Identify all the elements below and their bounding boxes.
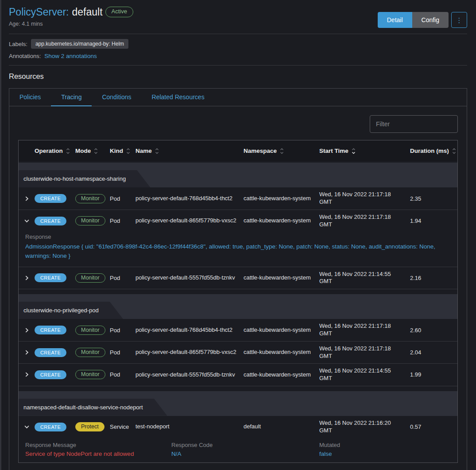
response-message-label: Response Message [25,442,171,448]
table-row: CREATE Monitor Pod policy-server-default… [19,363,457,385]
expand-chevron-icon[interactable] [19,372,35,377]
group-header: clusterwide-no-host-namespace-sharing [19,163,457,187]
column-header-mode[interactable]: Mode [75,148,110,155]
sort-icon[interactable] [126,148,130,155]
kind-cell: Pod [110,218,135,224]
namespace-cell: cattle-kubewarden-system [244,195,319,202]
detail-button[interactable]: Detail [378,12,412,28]
operation-badge: CREATE [35,273,66,282]
collapse-chevron-icon[interactable] [19,218,35,223]
meta-divider [9,65,467,66]
column-header-namespace[interactable]: Namespace [244,148,319,155]
tab-related-resources[interactable]: Related Resources [142,89,215,106]
age-text: Age: 4.1 mins [9,21,133,27]
labels-label: Labels: [9,41,27,47]
kind-cell: Pod [110,327,135,334]
table-header-row: Operation Mode Kind Name [19,140,457,161]
name-cell: policy-server-default-768d45bb4-thct2 [135,326,244,334]
name-cell: policy-server-default-5557fd55db-tznkv [135,371,244,379]
label-badge: app.kubernetes.io/managed-by: Helm [31,39,128,49]
column-header-kind[interactable]: Kind [110,148,135,155]
start-time-cell: Wed, 16 Nov 2022 21:17:18 GMT [319,322,410,337]
mode-badge: Monitor [75,370,105,379]
tab-policies[interactable]: Policies [9,89,51,106]
response-message-block: Response Message Service of type NodePor… [25,442,171,457]
start-time-cell: Wed, 16 Nov 2022 21:16:20 GMT [319,420,410,434]
duration-cell: 2.04 [410,349,457,356]
mutated-block: Mutated false [319,442,449,457]
kebab-menu-icon[interactable]: ⋮ [451,12,467,28]
collapse-chevron-icon[interactable] [19,424,35,429]
namespace-cell: cattle-kubewarden-system [244,371,319,379]
kind-cell: Pod [110,371,135,378]
kind-cell: Service [110,423,135,430]
mutated-value: false [319,451,449,457]
policy-server-detail-page: PolicyServer: default Active Age: 4.1 mi… [1,0,476,470]
duration-cell: 2.16 [410,275,457,281]
kind-cell: Pod [110,275,135,281]
namespace-cell: cattle-kubewarden-system [244,217,319,225]
sort-icon[interactable] [66,148,70,155]
expand-chevron-icon[interactable] [19,328,35,333]
column-header-name[interactable]: Name [135,148,244,155]
duration-cell: 2.60 [410,327,457,334]
show-annotations-link[interactable]: Show 2 annotations [44,53,97,59]
operation-badge: CREATE [35,326,66,334]
expand-chevron-icon[interactable] [19,350,35,355]
status-badge: Active [105,7,133,17]
resources-panel: Policies Tracing Conditions Related Reso… [9,88,467,470]
tracing-tab-panel: Operation Mode Kind Name [9,106,467,470]
name-cell: policy-server-default-768d45bb4-thct2 [135,195,244,202]
name-cell: policy-server-default-5557fd55db-tznkv [135,274,244,282]
sort-descending-icon[interactable] [352,148,356,155]
sort-icon[interactable] [280,148,284,155]
namespace-cell: cattle-kubewarden-system [244,349,319,356]
duration-cell: 1.99 [410,371,457,378]
operation-badge: CREATE [35,348,66,357]
resource-name-label: default [72,6,102,19]
namespace-cell: cattle-kubewarden-system [244,274,319,282]
tab-conditions[interactable]: Conditions [92,89,141,106]
row-detail-response: Response AdmissionResponse { uid: "61fed… [19,232,457,267]
policy-group: clusterwide-no-host-namespace-sharing CR… [19,161,457,289]
kind-cell: Pod [110,349,135,356]
name-cell: policy-server-default-865f5779bb-vxsc2 [135,349,244,356]
start-time-cell: Wed, 16 Nov 2022 21:14:55 GMT [319,367,410,382]
response-code-value: N/A [171,451,319,457]
config-button[interactable]: Config [412,12,449,28]
operation-badge: CREATE [35,217,66,225]
column-header-duration[interactable]: Duration (ms) [410,148,457,155]
policy-group: namespaced-default-disallow-service-node… [19,386,457,462]
operation-badge: CREATE [35,194,66,203]
column-header-start-time[interactable]: Start Time [319,148,410,155]
mode-badge: Monitor [75,273,105,283]
name-cell: policy-server-default-865f5779bb-vxsc2 [135,217,244,225]
operation-badge: CREATE [35,370,66,379]
title-block: PolicyServer: default Active Age: 4.1 mi… [9,6,133,27]
row-detail-response-summary: Response Message Service of type NodePor… [19,438,457,462]
annotations-row: Annotations: Show 2 annotations [9,53,467,59]
mode-badge: Protect [75,422,104,431]
sort-icon[interactable] [452,148,456,155]
start-time-cell: Wed, 16 Nov 2022 21:17:18 GMT [319,191,410,206]
filter-input[interactable] [370,115,458,133]
group-name-tab: clusterwide-no-privileged-pod [19,302,123,319]
response-code-block: Response Code N/A [171,442,319,457]
resource-type-label: PolicyServer: [9,6,69,19]
table-row: CREATE Monitor Pod policy-server-default… [19,319,457,341]
sort-icon[interactable] [94,148,98,155]
expand-chevron-icon[interactable] [19,276,35,280]
operation-badge: CREATE [35,423,66,431]
column-header-operation[interactable]: Operation [35,148,75,155]
group-name-tab: namespaced-default-disallow-service-node… [19,399,167,416]
namespace-cell: cattle-kubewarden-system [244,326,319,334]
table-row: CREATE Protect Service test-nodeport def… [19,416,457,438]
expand-chevron-icon[interactable] [19,196,35,201]
group-header: namespaced-default-disallow-service-node… [19,391,457,416]
mode-badge: Monitor [75,194,105,203]
sort-icon[interactable] [155,148,159,155]
tracing-table: Operation Mode Kind Name [18,140,458,463]
tab-bar: Policies Tracing Conditions Related Reso… [9,89,467,106]
tab-tracing[interactable]: Tracing [51,89,92,106]
response-label: Response [25,233,449,240]
